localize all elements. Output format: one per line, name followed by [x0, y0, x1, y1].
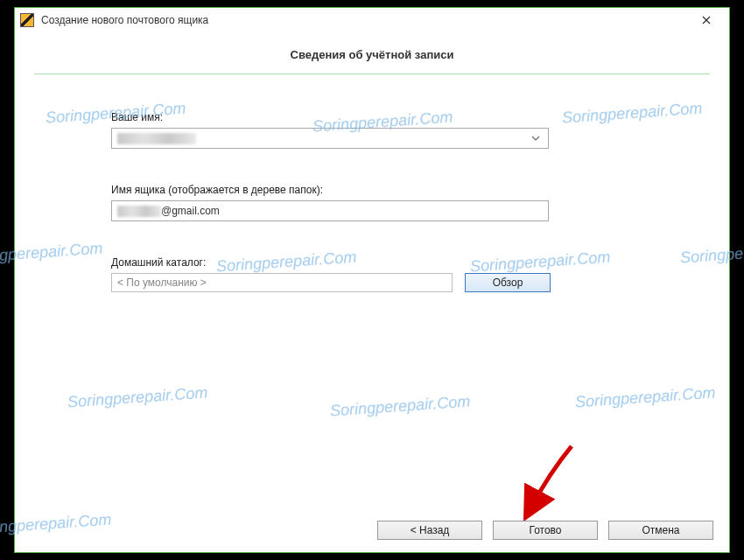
home-catalog-label: Домашний каталог: [111, 256, 633, 269]
close-button[interactable] [689, 10, 724, 31]
watermark: Soringperepair.Com [574, 383, 715, 411]
mailbox-name-input[interactable]: @gmail.com [111, 200, 549, 221]
your-name-value-redacted [117, 133, 196, 144]
annotation-arrow-icon [510, 442, 580, 521]
watermark: Soringperepair.Com [329, 392, 470, 420]
cancel-button-label: Отмена [642, 524, 679, 536]
form-area: Ваше имя: Имя ящика (отображается в дере… [15, 81, 729, 310]
back-button-label: < Назад [411, 524, 450, 536]
field-home-catalog: Домашний каталог: < По умолчанию > Обзор [111, 256, 633, 292]
browse-button[interactable]: Обзор [465, 273, 551, 292]
mailbox-name-suffix: @gmail.com [161, 205, 220, 217]
mailbox-name-label: Имя ящика (отображается в дереве папок): [111, 184, 633, 196]
field-mailbox-name: Имя ящика (отображается в дереве папок):… [111, 184, 633, 221]
app-icon [20, 13, 34, 27]
cancel-button[interactable]: Отмена [608, 521, 713, 540]
your-name-input[interactable] [111, 128, 549, 149]
browse-button-label: Обзор [493, 276, 523, 289]
dialog-content: Сведения об учётной записи Ваше имя: Имя… [15, 32, 729, 310]
field-your-name: Ваше имя: [111, 111, 633, 149]
home-catalog-value: < По умолчанию > [117, 276, 207, 289]
window-title: Создание нового почтового ящика [41, 14, 689, 26]
finish-button[interactable]: Готово [493, 521, 598, 540]
your-name-label: Ваше имя: [111, 111, 633, 123]
section-header: Сведения об учётной записи [15, 32, 729, 74]
your-name-combo[interactable] [111, 128, 549, 149]
watermark: Soringperepair.Com [0, 510, 112, 538]
watermark: Soringperepair.Com [67, 383, 207, 411]
finish-button-label: Готово [529, 524, 561, 536]
wizard-button-bar: < Назад Готово Отмена [377, 521, 713, 540]
back-button[interactable]: < Назад [377, 521, 482, 540]
home-catalog-input[interactable]: < По умолчанию > [111, 273, 453, 292]
mailbox-name-prefix-redacted [117, 206, 161, 217]
titlebar: Создание нового почтового ящика [15, 8, 729, 32]
header-divider [34, 74, 710, 74]
close-icon [702, 16, 711, 24]
dialog-window: Создание нового почтового ящика Сведения… [14, 7, 730, 553]
